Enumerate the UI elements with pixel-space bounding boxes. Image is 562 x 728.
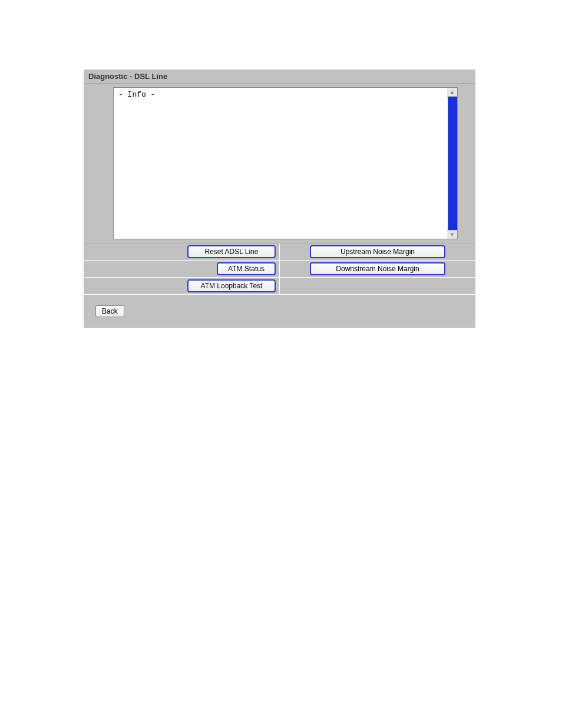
reset-adsl-line-button[interactable]: Reset ADSL Line xyxy=(187,245,276,258)
diagnostic-panel: Diagnostic - DSL Line - Info - ▲ ▼ Reset… xyxy=(84,70,475,328)
button-cell-right-3 xyxy=(280,278,475,294)
button-row-1: Reset ADSL Line Upstream Noise Margin xyxy=(84,243,475,261)
scroll-down-icon[interactable]: ▼ xyxy=(447,230,457,239)
button-cell-left-1: Reset ADSL Line xyxy=(84,243,280,260)
back-button[interactable]: Back xyxy=(95,305,124,317)
button-cell-left-3: ATM Loopback Test xyxy=(84,278,280,294)
atm-loopback-test-button[interactable]: ATM Loopback Test xyxy=(187,279,276,292)
atm-status-button[interactable]: ATM Status xyxy=(217,262,276,275)
info-box-wrap: - Info - ▲ ▼ xyxy=(113,87,458,239)
scroll-up-icon[interactable]: ▲ xyxy=(447,88,457,97)
info-text: - Info - xyxy=(118,90,155,99)
action-button-grid: Reset ADSL Line Upstream Noise Margin AT… xyxy=(84,243,475,295)
button-cell-right-2: Downstream Noise Margin xyxy=(280,261,475,277)
info-textarea[interactable]: - Info - xyxy=(113,87,458,239)
button-row-2: ATM Status Downstream Noise Margin xyxy=(84,261,475,278)
button-row-3: ATM Loopback Test xyxy=(84,278,475,295)
button-cell-left-2: ATM Status xyxy=(84,261,280,277)
page-title: Diagnostic - DSL Line xyxy=(84,70,475,84)
upstream-noise-margin-button[interactable]: Upstream Noise Margin xyxy=(310,245,445,258)
footer-bar: Back xyxy=(84,295,475,328)
scrollbar-track[interactable]: ▲ ▼ xyxy=(448,87,458,239)
info-area-row: - Info - ▲ ▼ xyxy=(84,84,475,243)
button-cell-right-1: Upstream Noise Margin xyxy=(280,243,475,260)
downstream-noise-margin-button[interactable]: Downstream Noise Margin xyxy=(310,262,445,275)
